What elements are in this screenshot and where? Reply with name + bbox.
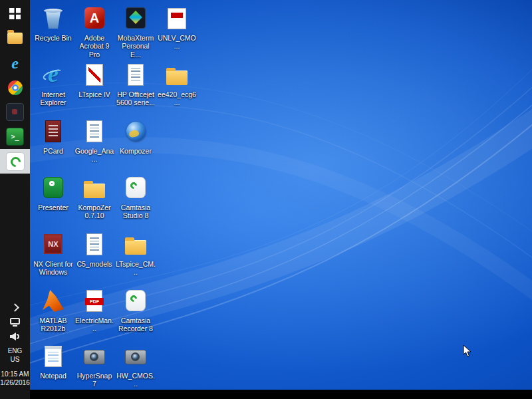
- clock-time: 10:15 AM: [0, 370, 30, 378]
- desktop-icon-label: ElectricMan...: [74, 317, 114, 333]
- desktop-icon-label: NX Client for Windows: [33, 260, 73, 277]
- desktop-icon-label: Adobe Acrobat 9 Pro: [74, 34, 114, 59]
- desktop-icon-label: C5_models: [74, 260, 114, 268]
- acrobat-icon: [80, 5, 108, 32]
- document-icon: [80, 231, 108, 258]
- nx-client-icon: [39, 231, 67, 258]
- document-icon: [163, 5, 191, 32]
- clock-date: 1/26/2016: [0, 378, 30, 387]
- desktop-icon-label: Google_Ana...: [74, 147, 114, 164]
- desktop-icon-label: Camtasia Recorder 8: [116, 317, 156, 333]
- folder-icon: [163, 62, 191, 88]
- desktop-icon-mobaxterm[interactable]: MobaXterm Personal E...: [116, 5, 156, 59]
- letterbox-bar: [0, 390, 532, 399]
- show-hidden-icons-chevron[interactable]: [11, 303, 19, 312]
- desktop-icon-kompozer[interactable]: Kompozer: [116, 118, 156, 155]
- desktop-icon-c5-models[interactable]: C5_models: [74, 231, 114, 268]
- desktop-icon-label: HP Officejet 5600 serie...: [116, 90, 156, 107]
- desktop-icon-label: MATLAB R2012b: [33, 317, 73, 333]
- desktop-icon-label: PCard: [33, 147, 73, 155]
- language-line1: ENG: [8, 346, 23, 355]
- language-indicator[interactable]: ENG US: [8, 346, 23, 364]
- notepad-icon: [39, 343, 67, 370]
- desktop-icon-internet-explorer[interactable]: Internet Explorer: [33, 62, 73, 107]
- chrome-icon: [8, 80, 23, 95]
- mouse-cursor: [463, 344, 472, 358]
- desktop-icon-label: HW_CMOS...: [116, 372, 156, 388]
- desktop-icon-label: LTspice_CM...: [116, 260, 156, 277]
- camtasia-icon: [122, 175, 150, 201]
- desktop-icon-ltspice-folder[interactable]: LTspice_CM...: [116, 231, 156, 277]
- matlab-icon: [39, 288, 67, 315]
- internet-explorer-button[interactable]: [0, 51, 30, 75]
- camtasia-button[interactable]: [0, 149, 30, 174]
- pdf-icon: [80, 288, 108, 315]
- document-icon: [80, 118, 108, 145]
- desktop-icon-ltspice[interactable]: LTspice IV: [74, 62, 114, 98]
- windows-logo-icon: [9, 8, 21, 19]
- internet-explorer-icon: [7, 55, 23, 72]
- desktop-icon-label: Presenter: [33, 203, 73, 211]
- camtasia-icon: [6, 152, 25, 171]
- terminal-app-button[interactable]: [0, 124, 30, 149]
- desktop-icon-label: Notepad: [33, 372, 73, 380]
- desktop-icon-recycle-bin[interactable]: Recycle Bin: [33, 5, 73, 42]
- windows-desktop: ENG US 10:15 AM 1/26/2016 Recycle Bin Ad…: [0, 0, 532, 399]
- desktop-icon-label: Recycle Bin: [33, 34, 73, 42]
- document-icon: [122, 62, 150, 88]
- desktop-icon-presenter[interactable]: Presenter: [33, 175, 73, 211]
- desktop-icon-label: MobaXterm Personal E...: [116, 34, 156, 59]
- desktop-icon-nx-client[interactable]: NX Client for Windows: [33, 231, 73, 277]
- camtasia-icon: [122, 288, 150, 315]
- chrome-button[interactable]: [0, 75, 30, 100]
- taskbar-buttons: [0, 0, 30, 174]
- desktop-icon-notepad[interactable]: Notepad: [33, 343, 73, 380]
- folder-icon: [80, 175, 108, 201]
- start-button[interactable]: [0, 1, 30, 26]
- speaker-icon[interactable]: [10, 332, 20, 340]
- camera-icon: [122, 343, 150, 370]
- desktop-icon-ee420-folder[interactable]: ee420_ecg6...: [157, 62, 197, 107]
- system-tray: ENG US 10:15 AM 1/26/2016: [0, 305, 30, 387]
- mobaxterm-icon: [122, 5, 150, 32]
- recycle-bin-icon: [39, 5, 67, 32]
- pcard-icon: [39, 118, 67, 145]
- dark-app-button[interactable]: [0, 100, 30, 124]
- dark-app-icon: [6, 103, 24, 121]
- desktop-icon-camtasia-studio[interactable]: Camtasia Studio 8: [116, 175, 156, 220]
- clock[interactable]: 10:15 AM 1/26/2016: [0, 370, 30, 387]
- desktop-icon-label: Kompozer: [116, 147, 156, 155]
- camera-icon: [80, 343, 108, 370]
- desktop-icon-label: LTspice IV: [74, 90, 114, 98]
- desktop-icon-hypersnap[interactable]: HyperSnap 7: [74, 343, 114, 388]
- language-line2: US: [8, 355, 23, 364]
- desktop-icon-electricman-pdf[interactable]: ElectricMan...: [74, 288, 114, 333]
- desktop-icon-matlab[interactable]: MATLAB R2012b: [33, 288, 73, 333]
- desktop-icon-adobe-acrobat[interactable]: Adobe Acrobat 9 Pro: [74, 5, 114, 59]
- desktop-icon-google-ana[interactable]: Google_Ana...: [74, 118, 114, 164]
- desktop-icon-kompozer-folder[interactable]: KompoZer 0.7.10: [74, 175, 114, 220]
- internet-explorer-icon: [39, 62, 67, 88]
- globe-icon: [122, 118, 150, 145]
- desktop-icon-label: KompoZer 0.7.10: [74, 203, 114, 220]
- desktop-icon-hw-cmos[interactable]: HW_CMOS...: [116, 343, 156, 388]
- presenter-icon: [39, 175, 67, 201]
- desktop-icon-label: Camtasia Studio 8: [116, 203, 156, 220]
- desktop-icon-label: HyperSnap 7: [74, 372, 114, 388]
- desktop-icon-hp-officejet[interactable]: HP Officejet 5600 serie...: [116, 62, 156, 107]
- desktop-icon-pcard[interactable]: PCard: [33, 118, 73, 155]
- folder-icon: [7, 33, 23, 44]
- terminal-icon: [6, 128, 24, 146]
- desktop-icon-label: UNLV_CMO...: [157, 34, 197, 51]
- desktop-icon-unlv-cmos[interactable]: UNLV_CMO...: [157, 5, 197, 51]
- file-explorer-button[interactable]: [0, 26, 30, 51]
- ltspice-icon: [80, 62, 108, 88]
- desktop-icon-camtasia-recorder[interactable]: Camtasia Recorder 8: [116, 288, 156, 333]
- taskbar: ENG US 10:15 AM 1/26/2016: [0, 0, 30, 399]
- folder-icon: [122, 231, 150, 258]
- desktop-icon-label: Internet Explorer: [33, 90, 73, 107]
- desktop-icon-label: ee420_ecg6...: [157, 90, 197, 107]
- display-icon[interactable]: [10, 318, 20, 327]
